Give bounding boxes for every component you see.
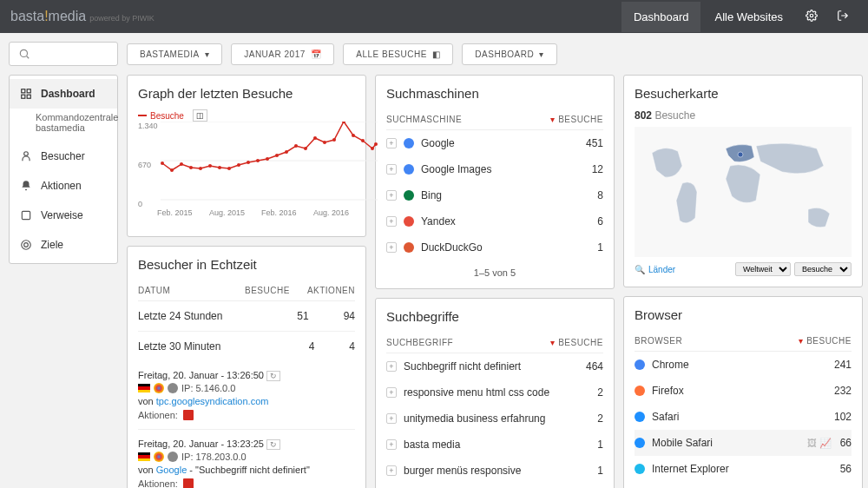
refresh-icon[interactable]: ↻ bbox=[266, 371, 280, 381]
segment-icon: ◧ bbox=[432, 49, 441, 59]
expand-icon[interactable]: + bbox=[386, 190, 397, 201]
keywords-card: Suchbegriffe SUCHBEGRIFF ▾ BESUCHE +Such… bbox=[375, 298, 615, 488]
expand-icon[interactable]: + bbox=[386, 216, 397, 227]
svg-point-36 bbox=[374, 142, 378, 146]
sidebar-item-visitors[interactable]: Besucher bbox=[10, 142, 117, 171]
svg-point-24 bbox=[266, 157, 269, 161]
countries-link[interactable]: Länder bbox=[648, 265, 675, 274]
keyword-row[interactable]: +unitymedia business erfahrung2 bbox=[386, 406, 603, 432]
svg-point-21 bbox=[237, 163, 240, 167]
svg-point-17 bbox=[199, 167, 202, 170]
bell-icon bbox=[20, 180, 32, 192]
svg-rect-7 bbox=[22, 211, 30, 219]
browser-row[interactable]: Chrome Mobile43 bbox=[635, 482, 852, 488]
svg-point-6 bbox=[24, 152, 29, 156]
svg-rect-5 bbox=[27, 95, 30, 98]
keyword-row[interactable]: +gut ding will weile haben1 bbox=[386, 484, 603, 488]
svg-rect-3 bbox=[27, 89, 30, 93]
row-actions-icon[interactable]: 🖼 📈 bbox=[807, 438, 832, 449]
expand-icon[interactable]: + bbox=[386, 164, 397, 175]
svg-point-31 bbox=[332, 138, 336, 142]
logo: basta!media powered by PIWIK bbox=[10, 9, 155, 24]
search-engines-title: Suchmaschinen bbox=[386, 86, 603, 101]
svg-point-25 bbox=[275, 154, 279, 157]
search-engine-row[interactable]: +Yandex6 bbox=[386, 208, 603, 234]
folder-icon[interactable] bbox=[183, 478, 194, 488]
expand-icon[interactable]: + bbox=[386, 387, 397, 398]
browser-icon bbox=[154, 452, 164, 462]
svg-point-34 bbox=[361, 139, 365, 142]
engine-icon bbox=[404, 190, 414, 201]
search-input[interactable] bbox=[9, 42, 118, 66]
sidebar-sub[interactable]: Kommandozentrale bastamedia bbox=[10, 109, 117, 142]
referrer-link[interactable]: Google bbox=[156, 465, 187, 475]
visits-graph-card: Graph der letzten Besuche Besuche ◫ 1.34… bbox=[127, 75, 366, 237]
browser-logo-icon bbox=[635, 386, 645, 396]
chevron-down-icon: ▾ bbox=[205, 49, 210, 59]
svg-point-27 bbox=[294, 144, 298, 148]
nav-dashboard[interactable]: Dashboard bbox=[621, 2, 701, 32]
keyword-row[interactable]: +Suchbegriff nicht definiert464 bbox=[386, 353, 603, 379]
svg-point-20 bbox=[227, 167, 231, 170]
expand-icon[interactable]: + bbox=[386, 465, 397, 476]
segment-selector[interactable]: ALLE BESUCHE◧ bbox=[343, 43, 453, 65]
dashboard-selector[interactable]: DASHBOARD▾ bbox=[462, 43, 556, 65]
world-map[interactable] bbox=[635, 127, 852, 257]
expand-icon[interactable]: + bbox=[386, 439, 397, 450]
visitor-map-title: Besucherkarte bbox=[635, 86, 852, 101]
expand-icon[interactable]: + bbox=[386, 361, 397, 372]
map-region-select[interactable]: Weltweit bbox=[735, 262, 791, 276]
folder-icon[interactable] bbox=[183, 410, 194, 420]
search-engines-card: Suchmaschinen SUCHMASCHINE ▾ BESUCHE +Go… bbox=[375, 75, 615, 289]
sidebar-item-goals[interactable]: Ziele bbox=[10, 230, 117, 260]
realtime-row: Letzte 24 Stunden5194 bbox=[138, 301, 355, 332]
chart-picker-icon[interactable]: ◫ bbox=[193, 109, 207, 122]
realtime-title: Besucher in Echtzeit bbox=[138, 257, 355, 272]
target-icon bbox=[20, 239, 32, 251]
calendar-icon: 📅 bbox=[311, 49, 322, 59]
refresh-icon[interactable]: ↻ bbox=[266, 439, 280, 450]
sidebar-item-referrers[interactable]: Verweise bbox=[10, 201, 117, 230]
keyword-row[interactable]: +responsive menu html css code2 bbox=[386, 379, 603, 406]
period-selector[interactable]: JANUAR 2017📅 bbox=[231, 43, 334, 65]
keyword-row[interactable]: +burger menüs responsive1 bbox=[386, 458, 603, 484]
browser-icon bbox=[154, 383, 164, 393]
line-chart[interactable]: 1.340 670 0 Feb. 2015 Aug. 2015 Feb. 201… bbox=[138, 122, 355, 226]
keyword-row[interactable]: +basta media1 bbox=[386, 432, 603, 458]
expand-icon[interactable]: + bbox=[386, 138, 397, 148]
gear-icon[interactable] bbox=[797, 3, 826, 31]
search-engine-row[interactable]: +Google451 bbox=[386, 130, 603, 156]
map-metric-select[interactable]: Besuche bbox=[794, 262, 852, 276]
sidebar-item-actions[interactable]: Aktionen bbox=[10, 171, 117, 201]
expand-icon[interactable]: + bbox=[386, 413, 397, 424]
svg-point-16 bbox=[189, 166, 193, 169]
logout-icon[interactable] bbox=[828, 3, 858, 31]
browser-row[interactable]: Firefox232 bbox=[635, 378, 852, 404]
browser-row[interactable]: Internet Explorer56 bbox=[635, 456, 852, 482]
keywords-title: Suchbegriffe bbox=[386, 309, 603, 324]
flag-icon bbox=[138, 452, 150, 461]
browser-title: Browser bbox=[635, 307, 852, 322]
visitors-icon bbox=[20, 150, 32, 162]
svg-point-0 bbox=[810, 14, 813, 17]
sidebar-item-dashboard[interactable]: Dashboard bbox=[10, 79, 117, 109]
referrer-link[interactable]: tpc.googlesyndication.com bbox=[156, 396, 269, 406]
se-pagination: 1–5 von 5 bbox=[386, 260, 603, 278]
browser-row[interactable]: Safari102 bbox=[635, 404, 852, 430]
visit-entry: Freitag, 20. Januar - 13:26:50 ↻ IP: 5.1… bbox=[138, 361, 355, 430]
site-selector[interactable]: BASTAMEDIA▾ bbox=[127, 43, 222, 65]
browser-card: Browser BROWSER ▾ BESUCHE Chrome241Firef… bbox=[623, 296, 863, 488]
search-engine-row[interactable]: +Bing8 bbox=[386, 182, 603, 208]
chevron-down-icon: ▾ bbox=[539, 49, 544, 59]
expand-icon[interactable]: + bbox=[386, 242, 397, 253]
map-zoom-icon[interactable]: 🔍 Länder bbox=[635, 265, 675, 274]
search-engine-row[interactable]: +Google Images12 bbox=[386, 156, 603, 182]
search-engine-row[interactable]: +DuckDuckGo1 bbox=[386, 234, 603, 260]
svg-point-18 bbox=[208, 164, 212, 168]
nav-all-websites[interactable]: Alle Websites bbox=[702, 2, 795, 32]
browser-row[interactable]: Mobile Safari🖼 📈66 bbox=[635, 430, 852, 456]
sidebar: Dashboard Kommandozentrale bastamedia Be… bbox=[9, 75, 118, 264]
visitor-map-card: Besucherkarte 802 Besuche bbox=[623, 75, 863, 287]
browser-row[interactable]: Chrome241 bbox=[635, 352, 852, 378]
svg-rect-4 bbox=[22, 95, 25, 98]
